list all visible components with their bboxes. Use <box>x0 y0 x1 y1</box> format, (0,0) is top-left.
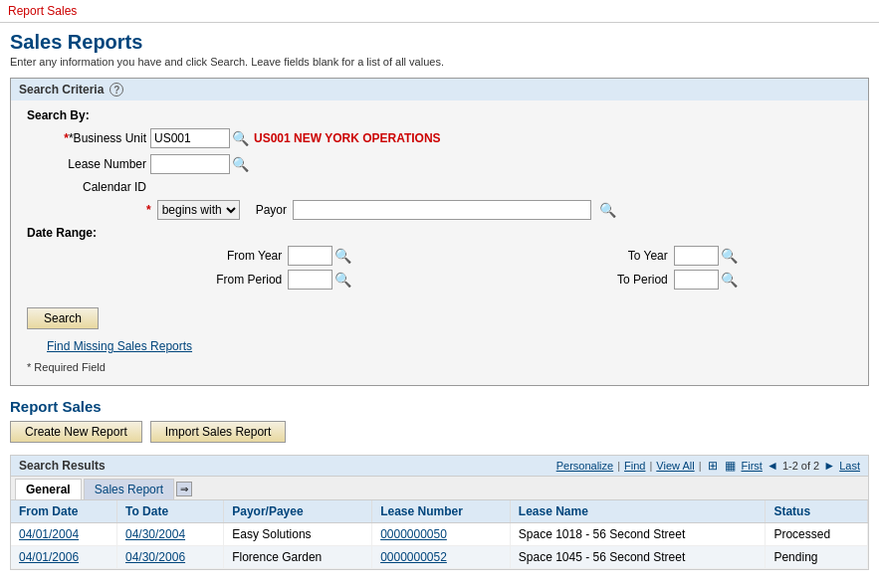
to-period-lookup-icon[interactable]: 🔍 <box>721 272 737 288</box>
col-payor-payee: Payor/Payee <box>224 500 372 523</box>
cell-payor-payee: Easy Solutions <box>224 523 372 546</box>
results-header: Search Results Personalize | Find | View… <box>11 456 868 477</box>
next-page-btn[interactable]: ► <box>822 459 836 473</box>
breadcrumb: Report Sales <box>0 0 879 23</box>
search-button[interactable]: Search <box>27 307 99 329</box>
results-title: Search Results <box>19 459 106 473</box>
to-period-input[interactable] <box>674 270 719 290</box>
to-period-label: To Period <box>473 273 668 287</box>
cell-payor-payee: Florence Garden <box>224 546 372 569</box>
view-all-link[interactable]: View All <box>656 460 694 472</box>
col-lease-number: Lease Number <box>372 500 511 523</box>
find-missing-link[interactable]: Find Missing Sales Reports <box>47 339 192 353</box>
page-title: Sales Reports <box>0 23 879 56</box>
cell-lease-number[interactable]: 0000000050 <box>372 523 511 546</box>
cell-from-date[interactable]: 04/01/2004 <box>11 523 117 546</box>
col-to-date: To Date <box>117 500 224 523</box>
lease-number-row: Lease Number 🔍 <box>27 154 852 174</box>
table-row: 04/01/2004 04/30/2004 Easy Solutions 000… <box>11 523 868 546</box>
prev-page-btn[interactable]: ◄ <box>766 459 779 473</box>
business-unit-row: **Business Unit 🔍 US001 NEW YORK OPERATI… <box>27 128 852 148</box>
tab-general[interactable]: General <box>15 479 82 499</box>
col-from-date: From Date <box>11 500 117 523</box>
business-unit-input[interactable] <box>150 128 230 148</box>
lease-number-label: Lease Number <box>27 157 146 171</box>
required-note: * Required Field <box>27 361 106 373</box>
calendar-id-label-row: Calendar ID <box>27 180 852 194</box>
action-buttons: Create New Report Import Sales Report <box>10 421 869 443</box>
cell-lease-name: Space 1018 - 56 Second Street <box>510 523 766 546</box>
cell-from-date[interactable]: 04/01/2006 <box>11 546 117 569</box>
search-by-label: Search By: <box>27 108 852 122</box>
begins-with-select[interactable]: begins with contains ends with = <box>157 200 240 220</box>
payor-label: Payor <box>256 203 287 217</box>
date-range-grid: From Year 🔍 To Year 🔍 From Period <box>87 246 852 290</box>
from-year-label: From Year <box>87 249 282 263</box>
create-new-report-button[interactable]: Create New Report <box>10 421 142 443</box>
col-lease-name: Lease Name <box>510 500 766 523</box>
find-link[interactable]: Find <box>624 460 645 472</box>
personalize-link[interactable]: Personalize <box>556 460 613 472</box>
business-unit-lookup-icon[interactable]: 🔍 <box>232 130 248 146</box>
business-unit-label: **Business Unit <box>27 131 146 145</box>
to-year-input[interactable] <box>674 246 719 266</box>
date-range-section: Date Range: From Year 🔍 To Year 🔍 <box>27 226 852 290</box>
tab-sales-report[interactable]: Sales Report <box>84 479 174 499</box>
table-header-row: From Date To Date Payor/Payee Lease Numb… <box>11 500 868 523</box>
results-table: From Date To Date Payor/Payee Lease Numb… <box>11 500 868 569</box>
search-criteria-panel: Search Criteria ? Search By: **Business … <box>10 78 869 386</box>
cell-to-date[interactable]: 04/30/2004 <box>117 523 224 546</box>
payor-input[interactable] <box>293 200 591 220</box>
lease-number-input[interactable] <box>150 154 230 174</box>
calendar-id-label: Calendar ID <box>27 180 146 194</box>
col-status: Status <box>766 500 868 523</box>
search-panel-title: Search Criteria <box>19 83 104 97</box>
report-sales-title: Report Sales <box>10 398 869 415</box>
calendar-id-row: * begins with contains ends with = Payor… <box>146 200 852 220</box>
payor-lookup-icon[interactable]: 🔍 <box>599 202 615 218</box>
import-sales-report-button[interactable]: Import Sales Report <box>150 421 287 443</box>
from-period-label: From Period <box>87 273 282 287</box>
from-year-lookup-icon[interactable]: 🔍 <box>334 248 350 264</box>
cell-lease-name: Space 1045 - 56 Second Street <box>510 546 766 569</box>
report-sales-section: Report Sales Create New Report Import Sa… <box>0 390 879 455</box>
from-period-lookup-icon[interactable]: 🔍 <box>334 272 350 288</box>
tab-more-icon[interactable]: ⇒ <box>176 482 192 496</box>
business-unit-description: US001 NEW YORK OPERATIONS <box>254 131 441 145</box>
calendar-required-star: * <box>146 203 151 217</box>
from-period-input[interactable] <box>288 270 332 290</box>
cell-lease-number[interactable]: 0000000052 <box>372 546 511 569</box>
lease-number-lookup-icon[interactable]: 🔍 <box>232 156 248 172</box>
search-results-section: Search Results Personalize | Find | View… <box>10 455 869 570</box>
table-icon[interactable]: ▦ <box>724 459 738 473</box>
results-tabs: General Sales Report ⇒ <box>11 477 868 500</box>
to-year-lookup-icon[interactable]: 🔍 <box>721 248 737 264</box>
grid-icon[interactable]: ⊞ <box>706 459 720 473</box>
cell-to-date[interactable]: 04/30/2006 <box>117 546 224 569</box>
cell-status: Processed <box>766 523 868 546</box>
pagination: First ◄ 1-2 of 2 ► Last <box>742 459 861 473</box>
table-row: 04/01/2006 04/30/2006 Florence Garden 00… <box>11 546 868 569</box>
search-panel-header: Search Criteria ? <box>11 79 868 100</box>
help-icon[interactable]: ? <box>110 83 123 97</box>
to-year-label: To Year <box>473 249 668 263</box>
from-year-input[interactable] <box>288 246 332 266</box>
results-controls: Personalize | Find | View All | ⊞ ▦ Firs… <box>556 459 860 473</box>
cell-status: Pending <box>766 546 868 569</box>
date-range-label: Date Range: <box>27 226 852 240</box>
page-subtitle: Enter any information you have and click… <box>0 56 879 74</box>
